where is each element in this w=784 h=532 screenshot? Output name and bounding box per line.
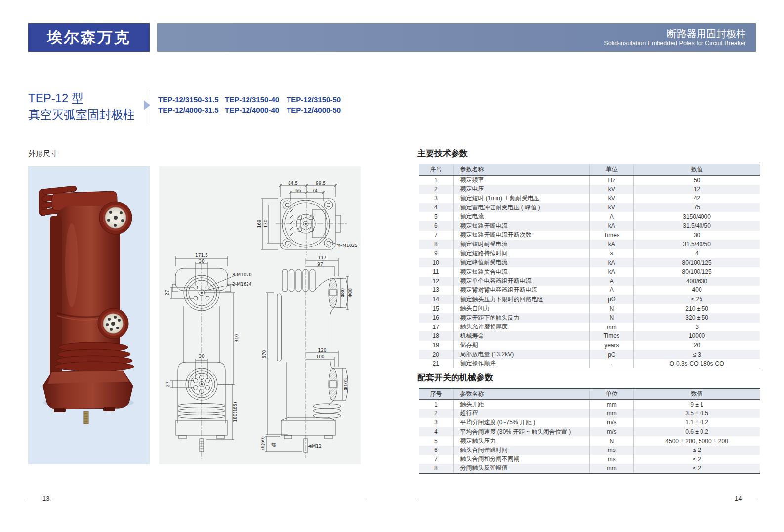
column-header: 参数名称 [453,388,589,400]
table-row: 19储存期years20 [419,341,760,350]
column-header: 数值 [634,164,760,175]
section-banner: 断路器用固封极柱 Solid-insulation Embedded Poles… [157,23,756,52]
table-row: 13额定背对背电容器组开断电流A400 [419,286,760,295]
model-item: TEP-12/3150-50 [287,95,346,106]
dimension-label: 570 [262,350,267,358]
dimension-label: Φ105 [343,378,348,390]
table-row: 1触头开距mm9 ± 1 [419,400,760,409]
table-row: 7触头合闸和分闸不同期ms≤ 2 [419,455,760,464]
column-header: 序号 [419,388,453,400]
dimension-label: 74 [312,188,317,193]
footer-rule-right-end [747,499,756,499]
dimension-label: 螺 [272,442,276,448]
dimension-label: 27 [165,381,170,387]
spec-table-main: 序号参数名称单位数值 1额定频率Hz502额定电压kV123额定短时 (1min… [419,164,760,368]
dimension-label: 169 [257,219,262,228]
table-row: 20局部放电量 (13.2kV)pC≤ 3 [419,350,760,359]
footer-rule-right [417,499,732,499]
product-photo [28,166,150,464]
banner-title-en: Solid-insulation Embedded Poles for Circ… [604,40,746,47]
table-row: 5额定电流A3150/4000 [419,212,760,221]
catalog-page: 埃尔森万克 断路器用固封极柱 Solid-insulation Embedded… [0,0,784,532]
dimension-label: Φ80 [340,288,345,298]
table-row: 6额定短路开断电流kA31.5/40/50 [419,221,760,231]
table-row: 4平均合闸速度 (30% 开距 ~ 触头闭合位置 )m/s0.6 ± 0.2 [419,427,760,437]
dimension-label: 180(165) [233,402,238,422]
arrow-right-icon [144,100,150,110]
footer-rule-left [54,499,365,499]
dimension-label: 30 [199,354,204,359]
dimension-label: 8-M1020 [232,272,252,277]
table-row: 11额定短路关合电流kA80/100/125 [419,267,760,277]
footer-rule-left-start [25,499,41,499]
table-row: 4额定雷电冲击耐受电压 ( 峰值 )kV75 [419,203,760,212]
table-row: 8额定短时耐受电流kA31.5/40/50 [419,240,760,249]
dimension-label: 56(60) [260,436,265,451]
table-row: 2额定电压kV12 [419,185,760,194]
column-header: 序号 [419,164,453,175]
dimension-label: Φ88 [348,288,353,298]
model-item: TEP-12/3150-31.5 [158,95,225,106]
model-item: TEP-12/4000-31.5 [158,106,225,116]
model-item: TEP-12/3150-40 [225,95,287,106]
dimension-label: 4-M1025 [338,243,358,248]
brand-logo: 埃尔森万克 [28,23,150,52]
table-row: 16额定开距下的触头反力N320 ± 50 [419,313,760,323]
main-table-title: 主要技术参数 [417,148,468,159]
series-title-line1: TEP-12 型 [28,90,135,106]
dimension-label: 99.5 [316,181,326,186]
table-row: 6触头合闸弹跳时间ms≤ 2 [419,446,760,455]
table-row: 7额定短路开断电流开断次数Times30 [419,231,760,240]
series-title: TEP-12 型 真空灭弧室固封极柱 [28,90,135,123]
table-row: 21额定操作顺序-O-0.3s-CO-180s-CO [419,359,760,368]
dimension-label: 84.5 [288,181,298,186]
table-row: 12额定单个电容器组开断电流A400/630 [419,277,760,286]
model-item: TEP-12/4000-40 [225,106,287,116]
brand-logo-text: 埃尔森万克 [47,27,131,48]
table-row: 8分闸触头反弹幅值mm≤ 2 [419,464,760,473]
product-photo-panel [28,166,150,464]
table-row: 1额定频率Hz50 [419,175,760,185]
spec-table-mechanical: 序号参数名称单位数值 1触头开距mm9 ± 12超行程mm3.5 ± 0.53平… [419,388,760,474]
column-header: 数值 [634,388,760,400]
table-row: 10额定峰值耐受电流kA80/100/125 [419,258,760,267]
table-row: 14额定触头压力下限时的回路电阻μΩ≤ 25 [419,295,760,304]
column-header: 参数名称 [453,164,589,175]
table-row: 2超行程mm3.5 ± 0.5 [419,409,760,418]
page-number-right: 14 [735,495,742,502]
dimension-label: M12 [312,444,321,449]
dimension-label: 97 [317,262,323,267]
outline-drawing-panel: 84.599.566741691304-M1025171.5308-M10202… [159,166,361,464]
table-row: 9额定短路持续时间s4 [419,249,760,258]
model-item: TEP-12/4000-50 [287,106,346,116]
mechanical-table-title: 配套开关的机械参数 [417,372,493,383]
series-title-line2: 真空灭弧室固封极柱 [28,106,135,123]
column-header: 单位 [589,388,634,400]
column-header: 单位 [589,164,634,175]
dimension-labels-layer: 84.599.566741691304-M1025171.5308-M10202… [159,166,361,464]
table-row: 18机械寿命Times10000 [419,331,760,341]
dimension-label: 120 [318,348,326,353]
table-row: 15触头自闭力N210 ± 50 [419,304,760,313]
table-row: 3平均分闸速度 (0~75% 开距 )m/s1.1 ± 0.2 [419,418,760,427]
table-row: 17触头允许磨损厚度mm3 [419,323,760,332]
dimension-label: 30 [199,259,204,264]
dimension-label: 27 [165,290,170,295]
dimension-label: 130 [263,219,268,228]
banner-title-cn: 断路器用固封极柱 [667,28,746,40]
table-row: 3额定短时 (1min) 工频耐受电压kV42 [419,194,760,203]
dimension-label: 100 [316,354,324,359]
dimension-label: 310 [234,334,239,342]
model-list: TEP-12/3150-31.5 TEP-12/3150-40 TEP-12/3… [158,95,346,116]
dimension-label: 171.5 [195,253,208,258]
dimension-label: 2-M1624 [232,282,252,286]
outline-section-title: 外形尺寸 [28,149,58,159]
table-header-row: 序号参数名称单位数值 [419,388,760,400]
table-header-row: 序号参数名称单位数值 [419,164,760,175]
page-number-left: 13 [42,495,49,502]
table-row: 5额定触头压力N4500 ± 200, 5000 ± 200 [419,436,760,446]
dimension-label: 117 [318,255,326,260]
dimension-label: 66 [295,188,301,193]
